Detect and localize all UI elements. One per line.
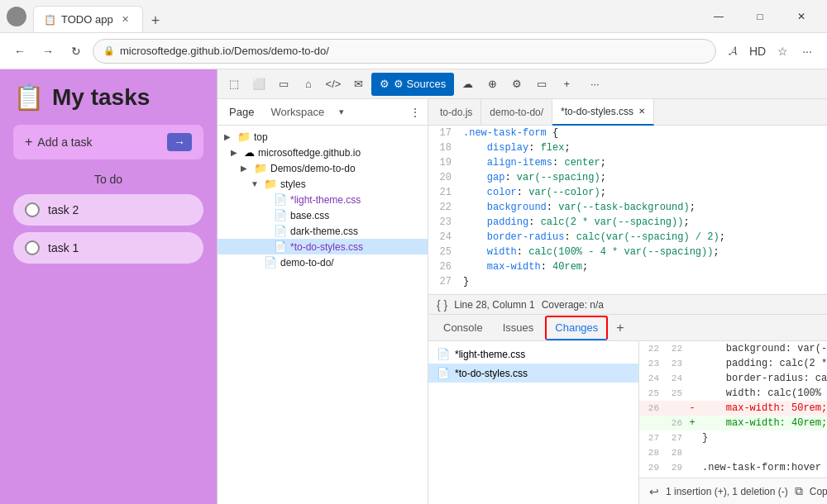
ft-label-demos: Demos/demo-to-do xyxy=(270,163,356,174)
code-panel: to-do.js demo-to-do/ *to-do-styles.css ✕… xyxy=(428,99,827,504)
ft-item-demo-todo[interactable]: 📄 demo-to-do/ xyxy=(218,254,428,270)
changed-file-icon-lt: 📄 xyxy=(437,348,450,360)
diff-line-25: 25 25 width: calc(100% - 4 * var(--spaci… xyxy=(639,386,827,401)
drawer-content: 📄 *light-theme.css 📄 *to-do-styles.css xyxy=(428,341,827,504)
profile-avatar[interactable] xyxy=(7,7,26,26)
ft-item-dark-theme[interactable]: 📄 dark-theme.css xyxy=(218,223,428,239)
code-line-20: 20 gap: var(--spacing); xyxy=(428,170,827,185)
ft-item-todo-styles[interactable]: 📄 *to-do-styles.css xyxy=(218,239,428,254)
read-aloud-button[interactable]: 𝓐 xyxy=(721,40,744,63)
address-bar: ← → ↻ 🔒 microsoftedge.github.io/Demos/de… xyxy=(0,33,827,69)
drawer-files-list: 📄 *light-theme.css 📄 *to-do-styles.css xyxy=(428,341,639,504)
ft-label-styles: styles xyxy=(280,178,306,190)
issues-tab[interactable]: Issues xyxy=(495,316,543,340)
copy-icon[interactable]: ⧉ xyxy=(795,484,803,498)
code-tab-styles-label: *to-do-styles.css xyxy=(561,106,633,117)
ft-tabs-arrow[interactable]: ▾ xyxy=(339,107,344,117)
ft-item-styles[interactable]: ▼ 📁 styles xyxy=(218,176,428,192)
task-item-1[interactable]: task 1 xyxy=(13,232,203,264)
todo-section-title: To do xyxy=(13,173,203,186)
diff-footer: ↩ 1 insertion (+), 1 deletion (-) ⧉ Copy xyxy=(639,478,827,504)
device-toolbar-tool[interactable]: ⬜ xyxy=(247,73,270,96)
code-tab-close-button[interactable]: ✕ xyxy=(638,107,645,116)
close-button[interactable]: ✕ xyxy=(782,3,820,30)
diff-line-29: 29 29 .new-task-form:hover { xyxy=(639,460,827,475)
favorites-button[interactable]: ☆ xyxy=(771,40,794,63)
refresh-button[interactable]: ↻ xyxy=(65,40,88,63)
ft-arrow-demos: ▶ xyxy=(241,164,251,173)
task-checkbox-1[interactable] xyxy=(25,240,40,255)
wifi-tool[interactable]: ☁ xyxy=(456,73,479,96)
add-task-label: Add a task xyxy=(37,136,92,149)
workspace-tab[interactable]: Workspace xyxy=(265,104,329,120)
immersive-reader-button[interactable]: HD xyxy=(746,40,769,63)
home-tool[interactable]: ⌂ xyxy=(297,73,320,96)
changes-tab[interactable]: Changes xyxy=(545,316,608,340)
network-tool[interactable]: ✉ xyxy=(347,73,370,96)
ft-item-top[interactable]: ▶ 📁 top xyxy=(218,129,428,145)
back-button[interactable]: ← xyxy=(8,40,31,63)
file-tree-body: ▶ 📁 top ▶ ☁ microsoftedge.github.io ▶ 📁 … xyxy=(218,126,428,504)
changed-file-todo-styles[interactable]: 📄 *to-do-styles.css xyxy=(428,364,638,383)
ft-item-msedge[interactable]: ▶ ☁ microsoftedge.github.io xyxy=(218,145,428,160)
performance-tool[interactable]: ⊕ xyxy=(480,73,504,96)
inspect-element-tool[interactable]: ⬚ xyxy=(222,73,246,96)
elements-panel-tool[interactable]: ▭ xyxy=(272,73,295,96)
folder-icon-top: 📁 xyxy=(237,131,251,143)
code-line-23: 23 padding: calc(2 * var(--spacing)); xyxy=(428,215,827,230)
page-tab[interactable]: Page xyxy=(224,104,259,120)
forward-button[interactable]: → xyxy=(36,40,60,63)
settings-more-button[interactable]: ··· xyxy=(796,40,819,63)
status-position: Line 28, Column 1 xyxy=(454,299,534,311)
ft-item-light-theme[interactable]: 📄 *light-theme.css xyxy=(218,192,428,207)
status-brackets: { } xyxy=(437,298,447,311)
folder-icon-styles: 📁 xyxy=(264,178,277,190)
more-tools-tool[interactable]: ▭ xyxy=(530,73,553,96)
undo-icon[interactable]: ↩ xyxy=(649,485,659,498)
todo-header: 📋 My tasks xyxy=(13,83,203,112)
tab-favicon: 📋 xyxy=(44,14,56,26)
task-checkbox-2[interactable] xyxy=(25,202,40,217)
task-item-2[interactable]: task 2 xyxy=(13,194,203,226)
maximize-button[interactable]: □ xyxy=(741,3,779,30)
sources-label: ⚙ Sources xyxy=(394,78,446,90)
todo-panel: 📋 My tasks + Add a task → To do task 2 t… xyxy=(0,69,217,504)
add-tool[interactable]: + xyxy=(555,73,578,96)
code-status-bar: { } Line 28, Column 1 Coverage: n/a ⊡ xyxy=(428,294,827,314)
ft-item-demos[interactable]: ▶ 📁 Demos/demo-to-do xyxy=(218,160,428,176)
devtools-content: Page Workspace ▾ ⋮ ▶ 📁 top ▶ ☁ microsoft… xyxy=(218,99,827,504)
settings-tool[interactable]: ⚙ xyxy=(505,73,528,96)
add-task-button[interactable]: + Add a task → xyxy=(13,125,203,159)
browser-tab[interactable]: 📋 TODO app ✕ xyxy=(33,6,143,32)
more-tabs-button[interactable]: ··· xyxy=(583,73,606,96)
code-tabs: to-do.js demo-to-do/ *to-do-styles.css ✕… xyxy=(428,99,827,126)
add-drawer-tab-button[interactable]: + xyxy=(616,321,624,335)
code-line-18: 18 display: flex; xyxy=(428,140,827,155)
copy-label[interactable]: Copy xyxy=(810,486,827,497)
diff-area[interactable]: 22 22 background: var(--task-background)… xyxy=(639,341,827,478)
code-tab-todo-js[interactable]: to-do.js xyxy=(432,99,481,126)
code-tab-demo[interactable]: demo-to-do/ xyxy=(481,99,552,126)
tab-title: TODO app xyxy=(61,13,113,26)
changed-file-light-theme[interactable]: 📄 *light-theme.css xyxy=(428,345,638,364)
folder-icon-demos: 📁 xyxy=(254,162,267,174)
changed-file-label-lt: *light-theme.css xyxy=(455,349,525,360)
code-tab-styles[interactable]: *to-do-styles.css ✕ xyxy=(552,99,654,126)
sources-icon: ⚙ xyxy=(380,78,390,90)
code-area[interactable]: 17 .new-task-form { 18 display: flex; 19… xyxy=(428,126,827,294)
console-tab[interactable]: Console xyxy=(435,316,491,340)
ft-label-top: top xyxy=(254,131,268,143)
code-tab-todo-js-label: to-do.js xyxy=(440,107,472,118)
new-tab-button[interactable]: + xyxy=(143,9,169,32)
file-icon-base: 📄 xyxy=(274,209,287,221)
diff-line-26-added: 26 + max-width: 40rem; xyxy=(639,416,827,430)
url-box[interactable]: 🔒 microsoftedge.github.io/Demos/demo-to-… xyxy=(93,39,716,64)
tab-close-button[interactable]: ✕ xyxy=(118,12,132,26)
ft-more-button[interactable]: ⋮ xyxy=(409,106,421,119)
minimize-button[interactable]: — xyxy=(700,3,738,30)
code-tool[interactable]: </> xyxy=(322,73,345,96)
ft-item-base-css[interactable]: 📄 base.css xyxy=(218,207,428,223)
ft-label-msedge: microsoftedge.github.io xyxy=(258,147,361,159)
drawer-tabs-bar: Console Issues Changes + ⬚ ⬜ xyxy=(428,315,827,341)
sources-tab-active[interactable]: ⚙ ⚙ Sources xyxy=(371,73,454,96)
